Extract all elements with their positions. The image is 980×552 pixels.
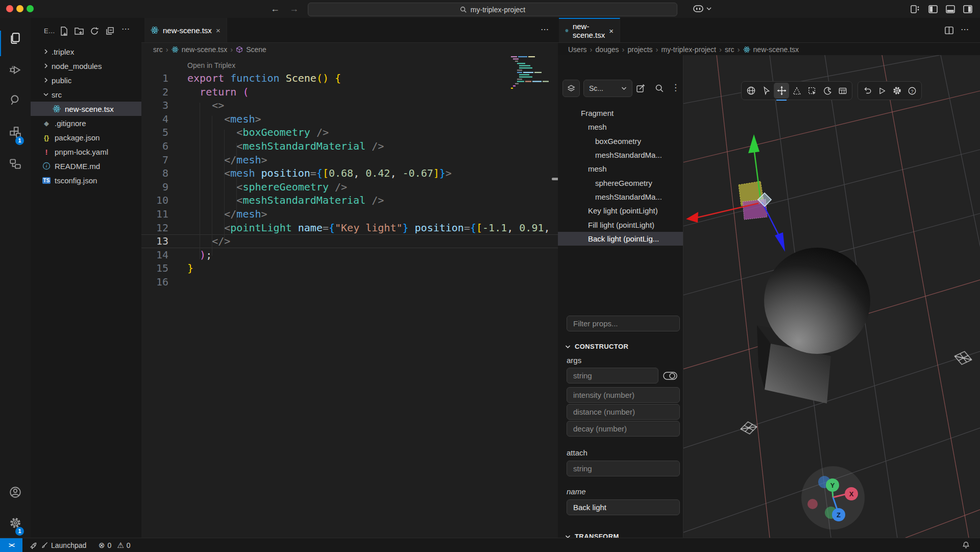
kebab-menu-icon[interactable]: ⋮	[671, 82, 680, 93]
scene-tree-item-Fill-light-pointLight-[interactable]: Fill light (pointLight)	[558, 218, 683, 231]
code-line-6[interactable]: 6 <meshStandardMaterial />	[141, 139, 558, 153]
run-debug-icon[interactable]	[9, 63, 22, 77]
file-tree-item-README.md[interactable]: iREADME.md	[31, 159, 141, 173]
file-tree-item-new-scene.tsx[interactable]: new-scene.tsx	[31, 102, 141, 116]
explorer-icon[interactable]	[9, 32, 22, 45]
code-line-5[interactable]: 5 <boxGeometry />	[141, 126, 558, 139]
breadcrumb-file[interactable]: new-scene.tsx	[182, 45, 227, 54]
file-tree-item-.triplex[interactable]: .triplex	[31, 44, 141, 59]
breadcrumb-project[interactable]: my-triplex-project	[662, 45, 716, 54]
attach-input[interactable]: string	[567, 461, 680, 476]
code-line-2[interactable]: 2 return (	[141, 85, 558, 99]
translate-button[interactable]	[774, 83, 789, 99]
toggle-secondary-sidebar-icon[interactable]	[963, 4, 973, 14]
breadcrumb-file[interactable]: new-scene.tsx	[753, 45, 799, 54]
accounts-icon[interactable]	[9, 486, 22, 499]
file-tree-item-.gitignore[interactable]: ◆.gitignore	[31, 116, 141, 130]
night-mode-button[interactable]	[820, 83, 835, 99]
minimap[interactable]	[510, 55, 554, 96]
scene-tree-item-boxGeometry[interactable]: boxGeometry	[558, 134, 683, 148]
scene-tree-item-Key-light-pointLight-[interactable]: Key light (pointLight)	[558, 204, 683, 218]
file-tree-item-src[interactable]: src	[31, 87, 141, 102]
editor-more-actions-icon[interactable]: ⋯	[541, 25, 549, 34]
problems-item[interactable]: ⊗ 0 ⚠ 0	[99, 538, 131, 552]
minimize-window-button[interactable]	[16, 5, 23, 12]
launchpad-item[interactable]: Launchpad	[29, 538, 86, 552]
breadcrumb-users[interactable]: Users	[568, 45, 587, 54]
play-button[interactable]	[875, 83, 890, 99]
file-tree-item-package.json[interactable]: {}package.json	[31, 130, 141, 145]
code-line-11[interactable]: 11 </mesh>	[141, 207, 558, 221]
triplex-view-icon[interactable]	[9, 157, 22, 171]
grid-table-button[interactable]	[835, 83, 850, 99]
globe-button[interactable]	[743, 83, 758, 99]
component-layers-button[interactable]	[562, 80, 580, 97]
open-in-triplex-codelens[interactable]: Open in Triplex	[187, 61, 235, 69]
breadcrumb-douges[interactable]: douges	[596, 45, 619, 54]
customize-layout-icon[interactable]	[910, 4, 920, 14]
file-tree-item-public[interactable]: public	[31, 73, 141, 87]
explorer-more-actions-icon[interactable]: ⋯	[121, 24, 130, 34]
scale-button[interactable]	[789, 83, 804, 99]
tab-new-scene-triplex[interactable]: new-scene.tsx ×	[559, 18, 620, 42]
close-tab-icon[interactable]: ×	[216, 26, 220, 35]
breadcrumb-src[interactable]: src	[153, 45, 163, 54]
code-line-12[interactable]: 12 <pointLight name={"Key light"} positi…	[141, 221, 558, 235]
editor-breadcrumb[interactable]: src› new-scene.tsx› Scene	[141, 42, 558, 56]
new-file-icon[interactable]	[59, 26, 69, 36]
code-line-16[interactable]: 16	[141, 275, 558, 289]
breadcrumb-projects[interactable]: projects	[628, 45, 653, 54]
remote-indicator[interactable]: ><	[0, 538, 22, 552]
transform-box-button[interactable]	[804, 83, 820, 99]
tab-new-scene[interactable]: new-scene.tsx ×	[144, 18, 227, 42]
scene-select-dropdown[interactable]: Sc...	[583, 80, 632, 97]
code-line-3[interactable]: 3 <>	[141, 99, 558, 112]
help-button[interactable]: ?	[905, 83, 920, 99]
settings-gear-icon[interactable]	[890, 83, 905, 99]
edit-pencil-icon[interactable]	[635, 83, 646, 93]
file-tree-item-tsconfig.json[interactable]: TStsconfig.json	[31, 173, 141, 187]
navigate-back-button[interactable]: ←	[270, 3, 281, 14]
copilot-button[interactable]	[692, 4, 712, 14]
arg-string-input[interactable]: string	[567, 368, 658, 383]
code-line-4[interactable]: 4 <mesh>	[141, 112, 558, 126]
scene-tree-item-Fragment[interactable]: Fragment	[558, 106, 683, 120]
code-line-15[interactable]: 15}	[141, 261, 558, 275]
search-icon[interactable]	[9, 93, 22, 107]
triplex-breadcrumb[interactable]: Users› douges› projects› my-triplex-proj…	[558, 42, 980, 56]
toggle-panel-icon[interactable]	[945, 4, 955, 14]
scene-tree-item-mesh[interactable]: mesh	[558, 162, 683, 176]
code-line-8[interactable]: 8 <mesh position={[0.68, 0.42, -0.67]}>	[141, 166, 558, 180]
breadcrumb-src[interactable]: src	[725, 45, 734, 54]
code-line-13[interactable]: 13 </>	[141, 234, 558, 248]
name-input[interactable]: Back light	[567, 499, 680, 515]
close-window-button[interactable]	[6, 5, 13, 12]
refresh-icon[interactable]	[89, 26, 100, 36]
scene-tree-item-Back-light-pointLig-[interactable]: Back light (pointLig...	[558, 232, 683, 246]
code-line-14[interactable]: 14 );	[141, 248, 558, 262]
filter-props-input[interactable]: Filter props...	[567, 316, 680, 331]
code-line-7[interactable]: 7 </mesh>	[141, 153, 558, 167]
split-editor-icon[interactable]	[944, 26, 954, 35]
command-center-search[interactable]: my-triplex-project	[308, 3, 677, 16]
code-line-9[interactable]: 9 <sphereGeometry />	[141, 180, 558, 194]
undo-icon[interactable]	[860, 83, 875, 99]
code-area[interactable]: 1export function Scene() {2 return (3 <>…	[141, 71, 558, 538]
code-line-1[interactable]: 1export function Scene() {	[141, 71, 558, 85]
constructor-section-header[interactable]: CONSTRUCTOR	[565, 343, 628, 350]
transform-section-header[interactable]: TRANSFORM	[565, 533, 619, 538]
distance-input[interactable]: distance (number)	[567, 404, 680, 420]
prop-type-toggle-icon[interactable]	[663, 371, 678, 380]
scene-tree-item-mesh[interactable]: mesh	[558, 120, 683, 134]
breadcrumb-symbol[interactable]: Scene	[246, 45, 266, 54]
collapse-folders-icon[interactable]	[105, 26, 115, 36]
code-line-10[interactable]: 10 <meshStandardMaterial />	[141, 194, 558, 207]
scene-tree-item-meshStandardMa-[interactable]: meshStandardMa...	[558, 190, 683, 204]
file-tree-item-pnpm-lock.yaml[interactable]: !pnpm-lock.yaml	[31, 145, 141, 159]
select-button[interactable]	[758, 83, 774, 99]
scene-tree-item-meshStandardMa-[interactable]: meshStandardMa...	[558, 148, 683, 162]
navigate-forward-button[interactable]: →	[288, 3, 300, 14]
new-folder-icon[interactable]	[74, 26, 84, 36]
intensity-input[interactable]: intensity (number)	[567, 387, 680, 403]
toggle-primary-sidebar-icon[interactable]	[928, 4, 938, 14]
